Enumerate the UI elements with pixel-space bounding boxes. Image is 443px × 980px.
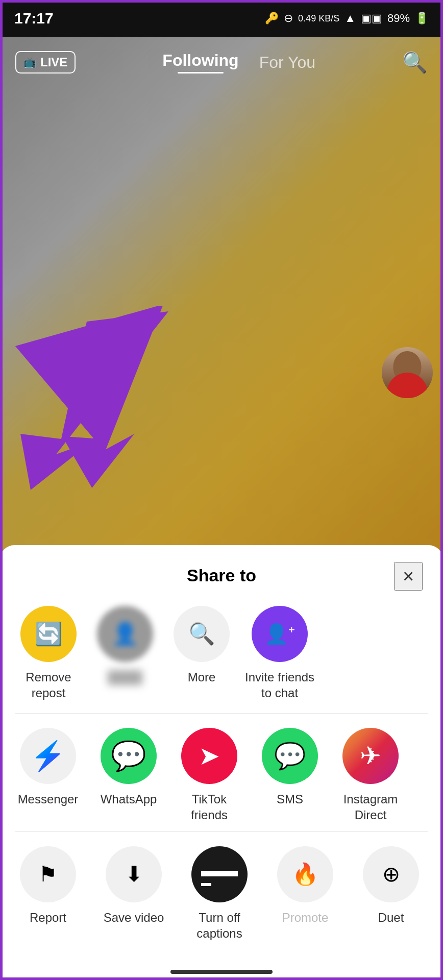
- battery-percent: 89%: [387, 12, 410, 25]
- signal-icon: ▣▣: [361, 12, 382, 25]
- save-video-icon-circle: ⬇: [106, 846, 162, 902]
- key-icon: 🔑: [265, 12, 279, 25]
- promote-icon: 🔥: [292, 862, 318, 887]
- app-item-messenger[interactable]: ⚡ Messenger: [10, 728, 86, 807]
- right-actions: [382, 347, 433, 398]
- action-item-save-video[interactable]: ⬇ Save video: [96, 846, 171, 925]
- remove-repost-icon-circle: 🔄: [20, 606, 77, 662]
- duet-label: Duet: [378, 910, 404, 925]
- nav-tabs: Following For You: [162, 51, 315, 74]
- sheet-title: Share to: [187, 566, 256, 585]
- whatsapp-icon: 💬: [111, 739, 146, 773]
- save-video-label: Save video: [104, 910, 164, 925]
- action-item-duet[interactable]: ⊕ Duet: [353, 846, 429, 925]
- remove-repost-label: Removerepost: [26, 669, 71, 701]
- share-item-more[interactable]: 🔍 More: [168, 606, 235, 685]
- share-item-contact[interactable]: 👤 ████: [92, 606, 158, 685]
- avatar[interactable]: [382, 347, 433, 398]
- status-time: 17:17: [14, 10, 54, 27]
- invite-icon-circle: 👤+: [252, 606, 308, 662]
- top-navigation: 📺 LIVE Following For You 🔍: [0, 37, 443, 88]
- messenger-label: Messenger: [18, 791, 79, 807]
- whatsapp-icon-circle: 💬: [101, 728, 157, 784]
- app-item-tiktok-friends[interactable]: ➤ TikTokfriends: [171, 728, 247, 823]
- tiktok-friends-label: TikTokfriends: [191, 791, 228, 823]
- download-icon: ⬇: [125, 862, 143, 887]
- add-person-icon: 👤+: [264, 623, 295, 645]
- wifi-icon: ▲: [344, 12, 356, 25]
- live-label: LIVE: [40, 55, 67, 69]
- arrow-annotation: [15, 306, 189, 490]
- sms-icon-circle: 💬: [262, 728, 318, 784]
- action-item-report[interactable]: ⚑ Report: [10, 846, 86, 925]
- home-indicator: [170, 970, 273, 974]
- status-icons: 🔑 ⊖ 0.49 KB/S ▲ ▣▣ 89% 🔋: [265, 12, 429, 25]
- action-item-promote[interactable]: 🔥 Promote: [267, 846, 343, 925]
- search-more-icon: 🔍: [188, 621, 215, 646]
- promote-icon-circle: 🔥: [277, 846, 333, 902]
- sheet-handle: [0, 545, 443, 555]
- promote-label: Promote: [282, 910, 329, 925]
- avatar-shirt: [387, 373, 428, 398]
- tiktok-send-icon: ➤: [199, 741, 220, 771]
- action-row: ⚑ Report ⬇ Save video ▬▬▬ Turn offcaptio…: [0, 832, 443, 949]
- live-tv-icon: 📺: [23, 56, 36, 68]
- messenger-icon: ⚡: [30, 739, 66, 773]
- share-item-remove-repost[interactable]: 🔄 Removerepost: [15, 606, 82, 701]
- contact-label: ████: [108, 669, 142, 685]
- contact-icon-circle: 👤: [97, 606, 153, 662]
- tab-following[interactable]: Following: [162, 51, 238, 74]
- report-icon: ⚑: [38, 862, 58, 887]
- report-label: Report: [30, 910, 66, 925]
- report-icon-circle: ⚑: [20, 846, 76, 902]
- repost-icon: 🔄: [35, 621, 63, 647]
- sms-icon: 💬: [274, 741, 306, 771]
- whatsapp-label: WhatsApp: [101, 791, 157, 807]
- battery-saver-icon: ⊖: [284, 12, 293, 25]
- share-sheet: Share to × 🔄 Removerepost 👤 ████ 🔍 More: [0, 545, 443, 980]
- speed-indicator: 0.49 KB/S: [298, 13, 339, 24]
- instagram-send-icon: ✈: [360, 741, 381, 771]
- turn-off-captions-label: Turn offcaptions: [196, 910, 242, 941]
- instagram-icon-circle: ✈: [342, 728, 399, 784]
- more-icon-circle: 🔍: [174, 606, 230, 662]
- duet-icon: ⊕: [382, 862, 400, 887]
- more-label: More: [188, 669, 216, 685]
- contact-icon: 👤: [112, 621, 138, 646]
- sms-label: SMS: [277, 791, 303, 807]
- messenger-icon-circle: ⚡: [20, 728, 76, 784]
- live-badge[interactable]: 📺 LIVE: [15, 51, 76, 74]
- tab-for-you[interactable]: For You: [259, 53, 315, 72]
- duet-icon-circle: ⊕: [363, 846, 419, 902]
- invite-friends-label: Invite friendsto chat: [245, 669, 314, 701]
- tiktok-icon-circle: ➤: [181, 728, 237, 784]
- share-item-invite-friends[interactable]: 👤+ Invite friendsto chat: [245, 606, 314, 701]
- app-item-whatsapp[interactable]: 💬 WhatsApp: [91, 728, 166, 807]
- instagram-direct-label: InstagramDirect: [343, 791, 398, 823]
- close-button[interactable]: ×: [394, 562, 423, 591]
- sheet-header: Share to ×: [0, 555, 443, 598]
- share-options-row: 🔄 Removerepost 👤 ████ 🔍 More 👤+ Invite f…: [0, 598, 443, 713]
- app-item-sms[interactable]: 💬 SMS: [252, 728, 328, 807]
- action-item-turn-off-captions[interactable]: ▬▬▬ Turn offcaptions: [182, 846, 257, 941]
- battery-icon: 🔋: [415, 12, 429, 25]
- status-bar: 17:17 🔑 ⊖ 0.49 KB/S ▲ ▣▣ 89% 🔋: [0, 0, 443, 37]
- captions-icon: ▬▬▬: [201, 860, 238, 889]
- captions-icon-circle: ▬▬▬: [191, 846, 248, 902]
- search-icon[interactable]: 🔍: [402, 51, 428, 75]
- app-share-row: ⚡ Messenger 💬 WhatsApp ➤ TikTokfriends 💬…: [0, 714, 443, 831]
- app-item-instagram-direct[interactable]: ✈ InstagramDirect: [333, 728, 408, 823]
